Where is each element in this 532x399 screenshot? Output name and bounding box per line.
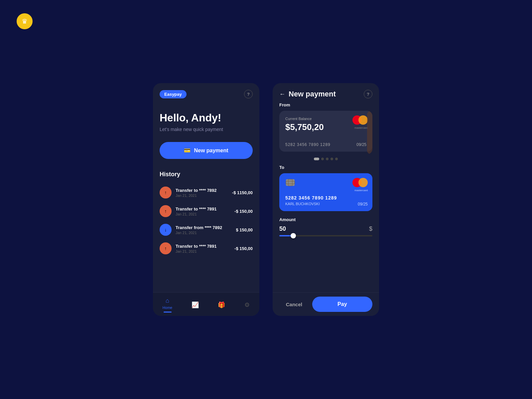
chart-icon: 📈 bbox=[192, 301, 199, 309]
gift-icon: 🎁 bbox=[218, 301, 225, 309]
greeting-title: Hello, Andy! bbox=[160, 112, 253, 124]
transfer-in-icon: ↓ bbox=[160, 224, 172, 236]
from-card[interactable]: mastercard Current Balance $5,750,20 528… bbox=[279, 111, 372, 152]
mastercard-logo: mastercard bbox=[352, 115, 368, 125]
cancel-button[interactable]: Cancel bbox=[279, 297, 309, 312]
history-amount: $ 150,00 bbox=[236, 227, 253, 232]
nav-chart[interactable]: 📈 bbox=[192, 301, 199, 309]
card-number: 5282 3456 7890 1289 bbox=[285, 142, 331, 147]
to-card-expiry: 09/25 bbox=[358, 202, 368, 206]
app-logo: ♛ bbox=[17, 13, 33, 29]
amount-slider-container bbox=[279, 235, 372, 236]
history-amount: -$ 150,00 bbox=[234, 209, 253, 214]
greeting-subtitle: Let's make new quick payment bbox=[160, 127, 253, 132]
transfer-out-icon: ↑ bbox=[160, 242, 172, 254]
slider-thumb[interactable] bbox=[291, 233, 296, 238]
amount-currency: $ bbox=[369, 225, 372, 232]
history-label: Transfer from **** 7892 bbox=[176, 225, 232, 230]
history-amount: -$ 1150,00 bbox=[232, 190, 253, 195]
dot bbox=[331, 158, 333, 160]
list-item[interactable]: ↑ Transfer to **** 7892 Jan 21, 2021 -$ … bbox=[160, 183, 253, 202]
nav-settings[interactable]: ⚙ bbox=[244, 301, 250, 309]
history-label: Transfer to **** 7892 bbox=[176, 188, 228, 193]
to-card-number: 5282 3456 7890 1289 bbox=[285, 195, 366, 200]
to-card-name: KARL BUCHKOVSKI bbox=[285, 202, 366, 206]
amount-label: Amount bbox=[279, 217, 372, 222]
header-left: ← New payment bbox=[279, 90, 336, 98]
payment-screen-title: New payment bbox=[289, 90, 336, 98]
to-label: To bbox=[279, 165, 372, 170]
mastercard-logo-to: mastercard bbox=[352, 178, 368, 187]
payment-help-button[interactable]: ? bbox=[364, 90, 372, 98]
history-info: Transfer to **** 7892 Jan 21, 2021 bbox=[176, 188, 228, 198]
card-expiry: 09/25 bbox=[356, 142, 366, 147]
home-icon: ⌂ bbox=[166, 297, 169, 304]
home-header: Easypay ? bbox=[153, 83, 259, 102]
card-icon: 💳 bbox=[184, 147, 191, 154]
nav-home-label: Home bbox=[163, 306, 172, 310]
history-info: Transfer to **** 7891 Jan 21, 2021 bbox=[176, 244, 230, 253]
history-date: Jan 21, 2021 bbox=[176, 249, 230, 253]
nav-home[interactable]: ⌂ Home bbox=[163, 297, 172, 313]
amount-row: 50 $ bbox=[279, 225, 372, 232]
bottom-navigation: ⌂ Home 📈 🎁 ⚙ bbox=[153, 292, 259, 316]
settings-icon: ⚙ bbox=[244, 301, 250, 309]
history-date: Jan 21, 2021 bbox=[176, 212, 230, 216]
new-payment-button[interactable]: 💳 New payment bbox=[160, 142, 253, 159]
carousel-dots bbox=[279, 158, 372, 160]
payment-body: From mastercard Current Balance $5,750,2… bbox=[273, 102, 379, 292]
history-date: Jan 21, 2021 bbox=[176, 231, 232, 235]
card-bottom: 5282 3456 7890 1289 09/25 bbox=[285, 142, 366, 147]
mc-right-circle bbox=[358, 115, 368, 125]
help-button[interactable]: ? bbox=[244, 90, 253, 98]
from-label: From bbox=[279, 102, 372, 107]
payment-screen: ← New payment ? From mastercard Current … bbox=[273, 83, 379, 316]
back-button[interactable]: ← bbox=[279, 91, 285, 98]
history-title: History bbox=[160, 171, 253, 178]
dot bbox=[326, 158, 329, 160]
crown-icon: ♛ bbox=[22, 17, 28, 25]
history-section: History ↑ Transfer to **** 7892 Jan 21, … bbox=[160, 171, 253, 258]
svg-rect-0 bbox=[286, 179, 295, 186]
list-item[interactable]: ↑ Transfer to **** 7891 Jan 21, 2021 -$ … bbox=[160, 239, 253, 258]
dot bbox=[321, 158, 324, 160]
brand-badge: Easypay bbox=[160, 90, 187, 98]
slider-track bbox=[279, 235, 372, 236]
history-info: Transfer to **** 7891 Jan 21, 2021 bbox=[176, 206, 230, 216]
dot bbox=[335, 158, 338, 160]
nav-active-indicator bbox=[164, 312, 172, 313]
home-body: Hello, Andy! Let's make new quick paymen… bbox=[153, 102, 259, 292]
payment-header: ← New payment ? bbox=[273, 83, 379, 102]
pay-button[interactable]: Pay bbox=[312, 297, 372, 312]
history-date: Jan 21, 2021 bbox=[176, 194, 228, 198]
amount-value: 50 bbox=[279, 225, 286, 232]
history-info: Transfer from **** 7892 Jan 21, 2021 bbox=[176, 225, 232, 235]
dot-active bbox=[314, 158, 319, 160]
history-label: Transfer to **** 7891 bbox=[176, 244, 230, 249]
nav-gift[interactable]: 🎁 bbox=[218, 301, 225, 309]
new-payment-label: New payment bbox=[194, 148, 228, 154]
history-label: Transfer to **** 7891 bbox=[176, 206, 230, 211]
payment-actions: Cancel Pay bbox=[273, 292, 379, 316]
home-screen: Easypay ? Hello, Andy! Let's make new qu… bbox=[153, 83, 259, 316]
list-item[interactable]: ↑ Transfer to **** 7891 Jan 21, 2021 -$ … bbox=[160, 202, 253, 220]
transfer-out-icon: ↑ bbox=[160, 187, 172, 199]
mc-right-circle-to bbox=[358, 178, 368, 187]
transfer-out-icon: ↑ bbox=[160, 205, 172, 217]
list-item[interactable]: ↓ Transfer from **** 7892 Jan 21, 2021 $… bbox=[160, 220, 253, 239]
to-card[interactable]: mastercard 5282 3456 7890 1289 KARL BUCH… bbox=[279, 173, 372, 211]
history-amount: -$ 150,00 bbox=[234, 246, 253, 251]
